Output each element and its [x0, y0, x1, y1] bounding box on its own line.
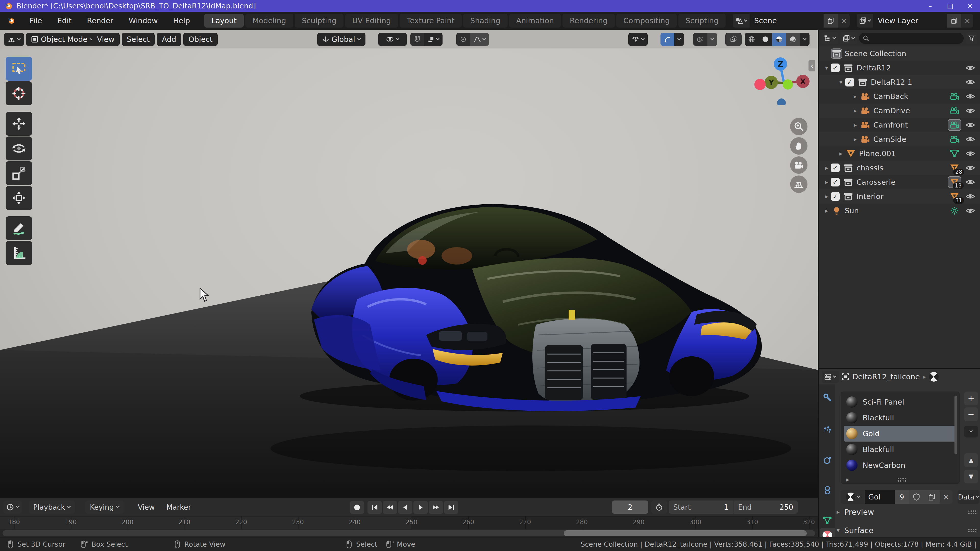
- orientation-dropdown[interactable]: Global: [317, 33, 366, 46]
- outliner-display-mode-button[interactable]: [840, 32, 857, 44]
- snap-settings-dropdown[interactable]: [424, 33, 442, 46]
- surface-panel-header[interactable]: ▾ Surface: [837, 523, 977, 537]
- viewport-menu[interactable]: Object: [183, 33, 218, 46]
- tab-physics[interactable]: [820, 453, 835, 468]
- proportional-falloff-dropdown[interactable]: [470, 33, 489, 46]
- breadcrumb-object-name[interactable]: DeltaR12_tailcone: [853, 372, 920, 381]
- workspace-tab[interactable]: Compositing: [616, 14, 677, 27]
- properties-editor[interactable]: DeltaR12_tailcone ▸ Sci-Fi Panel Blackfu…: [819, 369, 980, 537]
- material-users-count[interactable]: 9: [895, 490, 909, 504]
- transport-button[interactable]: [383, 501, 397, 514]
- outliner-row[interactable]: ▾ ✓ DeltaR12 1: [819, 75, 980, 89]
- shading-material-preview[interactable]: [772, 33, 786, 46]
- data-icon[interactable]: 28: [948, 162, 961, 174]
- timeline-editor-type-button[interactable]: [3, 500, 22, 514]
- view-layer-icon[interactable]: [857, 14, 873, 27]
- camera-view-button[interactable]: [790, 156, 808, 174]
- data-icon[interactable]: 13: [948, 176, 961, 188]
- eye-icon[interactable]: [965, 179, 976, 186]
- workspace-tab[interactable]: UV Editing: [345, 14, 398, 27]
- collection-checkbox[interactable]: ✓: [831, 192, 840, 201]
- data-icon[interactable]: [948, 205, 961, 217]
- preview-panel-header[interactable]: ▸ Preview: [837, 505, 977, 519]
- view-layer-unlink-button[interactable]: ×: [961, 14, 973, 27]
- transport-button[interactable]: [414, 501, 428, 514]
- viewport-menu[interactable]: Add: [157, 33, 181, 46]
- tool-button[interactable]: [6, 57, 32, 81]
- menu-item[interactable]: File: [22, 11, 50, 30]
- outliner-search-input[interactable]: [859, 33, 964, 44]
- expander-icon[interactable]: ▸: [851, 107, 859, 114]
- transport-button[interactable]: [398, 501, 412, 514]
- collection-checkbox[interactable]: ✓: [831, 178, 840, 186]
- workspace-tab[interactable]: Animation: [509, 14, 561, 27]
- outliner-editor-type-button[interactable]: [821, 32, 838, 44]
- expander-icon[interactable]: ▸: [822, 207, 831, 214]
- row-label[interactable]: Plane.001: [859, 149, 896, 158]
- sidebar-collapse-arrow[interactable]: ‹: [808, 60, 815, 71]
- outliner-editor[interactable]: Scene Collection ▾ ✓ DeltaR12: [819, 30, 980, 368]
- row-label[interactable]: CamBack: [873, 92, 908, 101]
- material-slot[interactable]: Blackfull: [844, 441, 956, 457]
- move-slot-down-button[interactable]: ▼: [964, 470, 978, 483]
- material-name-field[interactable]: Gol: [865, 490, 895, 504]
- material-list-footer[interactable]: ▸: [844, 473, 956, 486]
- material-slot[interactable]: Gold: [844, 426, 956, 441]
- auto-keying-toggle[interactable]: [350, 501, 364, 514]
- ortho-toggle-button[interactable]: [790, 176, 808, 193]
- panel-collapse-icon[interactable]: ▸: [837, 508, 840, 516]
- expander-icon[interactable]: ▸: [822, 179, 831, 186]
- tab-constraints[interactable]: [820, 483, 835, 498]
- panel-grip[interactable]: [968, 528, 977, 532]
- panel-grip[interactable]: [968, 510, 977, 514]
- scene-icon[interactable]: [733, 14, 749, 27]
- shading-solid[interactable]: [759, 33, 772, 46]
- expander-icon[interactable]: ▸: [851, 93, 859, 100]
- editor-type-button[interactable]: [4, 33, 24, 46]
- frame-end-field[interactable]: End250: [733, 500, 798, 514]
- tool-button[interactable]: [6, 81, 32, 105]
- minimize-button[interactable]: –: [920, 0, 940, 12]
- timeline-editor[interactable]: Playback Keying View Marker 2 Start1 End…: [0, 497, 818, 537]
- row-label[interactable]: Interior: [856, 192, 883, 201]
- data-icon[interactable]: [948, 119, 961, 131]
- outliner-row[interactable]: ▸ Plane.001: [819, 146, 980, 161]
- row-label[interactable]: Scene Collection: [845, 49, 906, 58]
- marker-menu[interactable]: Marker: [166, 500, 191, 514]
- view-layer-new-button[interactable]: [947, 14, 961, 27]
- gizmo-dropdown[interactable]: [674, 33, 684, 46]
- frame-start-field[interactable]: Start1: [669, 500, 733, 514]
- unlink-material-button[interactable]: ×: [940, 490, 953, 504]
- row-label[interactable]: CamSide: [873, 135, 906, 144]
- tab-modifiers[interactable]: [820, 390, 835, 405]
- workspace-tab[interactable]: Rendering: [563, 14, 614, 27]
- view-menu[interactable]: View: [138, 500, 155, 514]
- viewport-3d[interactable]: Object Mode ViewSelectAddObject Global: [0, 30, 818, 497]
- scene-new-button[interactable]: [824, 14, 838, 27]
- properties-editor-type-button[interactable]: [822, 371, 838, 383]
- zoom-button[interactable]: [790, 118, 808, 135]
- show-overlays-toggle[interactable]: [693, 33, 708, 46]
- data-icon[interactable]: [948, 91, 961, 102]
- eye-icon[interactable]: [965, 150, 976, 157]
- transport-button[interactable]: [429, 501, 443, 514]
- expander-icon[interactable]: ▸: [822, 193, 831, 200]
- list-resize-grip[interactable]: [897, 478, 906, 482]
- tab-object-data[interactable]: [820, 513, 835, 528]
- workspace-tab[interactable]: Layout: [204, 14, 244, 27]
- overlays-dropdown[interactable]: [708, 33, 717, 46]
- workspace-tab[interactable]: Shading: [463, 14, 508, 27]
- use-preview-range-toggle[interactable]: [651, 500, 667, 514]
- tab-particles[interactable]: [820, 423, 835, 437]
- collection-checkbox[interactable]: ✓: [831, 64, 840, 72]
- blender-menu-icon[interactable]: [6, 17, 17, 24]
- data-icon[interactable]: 31: [948, 191, 961, 202]
- shading-wireframe[interactable]: [745, 33, 759, 46]
- scene-name-field[interactable]: Scene: [749, 14, 824, 27]
- data-icon[interactable]: [948, 148, 961, 159]
- viewport-menu[interactable]: Select: [122, 33, 155, 46]
- viewport-menu[interactable]: View: [92, 33, 120, 46]
- outliner-row[interactable]: ▸ CamDrive: [819, 103, 980, 118]
- material-slot[interactable]: Sci-Fi Panel: [844, 394, 956, 410]
- link-mode-dropdown[interactable]: Data: [958, 490, 980, 504]
